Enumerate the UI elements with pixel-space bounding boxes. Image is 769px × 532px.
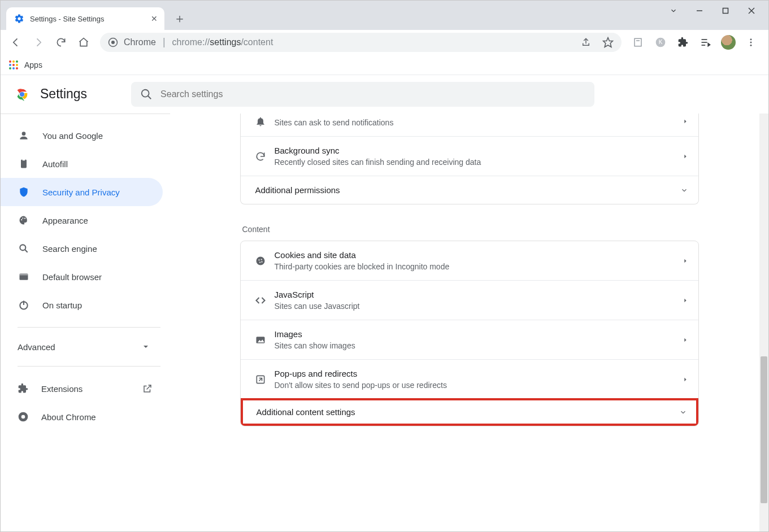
omnibox-scheme: Chrome	[124, 37, 156, 47]
apps-bookmark[interactable]: Apps	[24, 60, 42, 69]
address-bar[interactable]: Chrome | chrome://settings/content	[100, 33, 622, 52]
svg-point-52	[261, 261, 262, 262]
window-controls	[661, 3, 764, 19]
svg-point-20	[9, 64, 11, 66]
chevron-down-icon	[142, 343, 149, 350]
palette-icon	[18, 215, 30, 226]
row-popups[interactable]: Pop-ups and redirects Don't allow sites …	[241, 359, 698, 399]
svg-marker-54	[684, 298, 686, 302]
svg-point-34	[21, 219, 22, 220]
svg-point-25	[16, 67, 18, 69]
profile-avatar[interactable]	[719, 33, 738, 52]
sidebar-item-autofill[interactable]: Autofill	[1, 150, 163, 178]
row-additional-content-settings[interactable]: Additional content settings	[241, 398, 698, 426]
external-link-icon	[142, 383, 153, 394]
image-icon	[251, 334, 270, 346]
scrollbar[interactable]	[759, 114, 768, 531]
chevron-right-icon	[683, 377, 688, 382]
bookmark-star-icon[interactable]	[602, 37, 614, 48]
svg-point-45	[21, 415, 25, 419]
svg-point-31	[22, 132, 26, 136]
svg-point-17	[9, 60, 11, 63]
extension-badge-icon[interactable]: K	[651, 33, 670, 52]
forward-button[interactable]	[29, 33, 48, 52]
row-notifications[interactable]: Notifications Sites can ask to send noti…	[241, 114, 698, 136]
sidebar-item-default-browser[interactable]: Default browser	[1, 263, 163, 291]
chrome-logo-icon	[14, 86, 30, 102]
reload-button[interactable]	[51, 33, 71, 52]
sidebar-advanced[interactable]: Advanced	[1, 335, 170, 358]
browser-tab[interactable]: Settings - Site Settings ✕	[6, 7, 164, 30]
chevron-right-icon	[683, 154, 688, 159]
tab-search-icon[interactable]	[661, 3, 686, 19]
sidebar: You and Google Autofill Security and Pri…	[1, 114, 170, 531]
svg-point-29	[142, 89, 149, 97]
svg-marker-47	[684, 154, 686, 158]
svg-point-16	[750, 44, 752, 46]
search-icon	[18, 243, 30, 254]
sidebar-item-on-startup[interactable]: On startup	[1, 291, 163, 319]
search-settings-input[interactable]	[160, 89, 585, 99]
share-icon[interactable]	[581, 37, 591, 47]
svg-point-14	[750, 38, 752, 40]
chevron-down-icon	[679, 408, 687, 416]
gear-icon	[14, 14, 24, 24]
sidebar-item-appearance[interactable]: Appearance	[1, 206, 163, 234]
row-images[interactable]: Images Sites can show images	[241, 320, 698, 359]
row-background-sync[interactable]: Background sync Recently closed sites ca…	[241, 136, 698, 176]
settings-header: Settings	[1, 75, 768, 114]
row-additional-permissions[interactable]: Additional permissions	[241, 176, 698, 204]
home-button[interactable]	[74, 33, 93, 52]
chevron-right-icon	[683, 337, 688, 343]
svg-line-38	[25, 250, 28, 252]
svg-point-23	[9, 67, 11, 69]
svg-rect-1	[723, 8, 728, 14]
svg-marker-6	[603, 37, 613, 47]
close-tab-icon[interactable]: ✕	[150, 14, 159, 23]
menu-icon[interactable]	[741, 33, 761, 52]
section-content-label: Content	[240, 213, 699, 241]
bell-icon	[251, 116, 270, 127]
power-icon	[18, 299, 30, 311]
clipboard-icon	[18, 158, 30, 169]
apps-icon[interactable]	[8, 60, 19, 70]
row-javascript[interactable]: JavaScript Sites can use Javascript	[241, 280, 698, 320]
site-info-icon[interactable]	[108, 37, 118, 47]
extensions-icon[interactable]	[674, 33, 693, 52]
svg-point-21	[12, 64, 15, 66]
browser-icon	[18, 271, 30, 282]
svg-rect-33	[23, 159, 25, 160]
new-tab-button[interactable]: ＋	[171, 10, 188, 27]
tab-strip: Settings - Site Settings ✕ ＋	[1, 1, 768, 30]
svg-point-35	[22, 217, 23, 219]
sidebar-item-you-and-google[interactable]: You and Google	[1, 121, 163, 150]
svg-point-36	[24, 218, 25, 219]
content-pane: Notifications Sites can ask to send noti…	[170, 114, 768, 531]
sidebar-divider	[18, 327, 160, 328]
sidebar-item-label: Autofill	[42, 159, 68, 169]
maximize-button[interactable]	[713, 3, 738, 19]
row-cookies[interactable]: Cookies and site data Third-party cookie…	[241, 241, 698, 280]
sidebar-item-security-privacy[interactable]: Security and Privacy	[1, 178, 163, 206]
sidebar-about-chrome[interactable]: About Chrome	[1, 403, 170, 431]
sidebar-divider	[18, 366, 160, 367]
sidebar-extensions[interactable]: Extensions	[1, 374, 170, 403]
puzzle-icon	[18, 383, 29, 394]
scrollbar-thumb[interactable]	[761, 356, 767, 503]
search-settings[interactable]	[131, 82, 594, 107]
sidebar-item-search-engine[interactable]: Search engine	[1, 234, 163, 263]
close-window-button[interactable]	[739, 3, 764, 19]
back-button[interactable]	[6, 33, 25, 52]
page-title: Settings	[40, 86, 87, 102]
svg-point-19	[16, 60, 18, 63]
chevron-right-icon	[683, 258, 688, 264]
media-control-icon[interactable]	[696, 33, 715, 52]
shield-icon	[18, 186, 30, 198]
minimize-button[interactable]	[687, 3, 712, 19]
reading-list-icon[interactable]	[628, 33, 648, 52]
svg-point-48	[256, 256, 264, 265]
svg-text:K: K	[659, 39, 663, 45]
svg-point-5	[111, 41, 115, 44]
sidebar-item-label: Search engine	[42, 244, 97, 254]
settings-body: You and Google Autofill Security and Pri…	[1, 114, 768, 531]
